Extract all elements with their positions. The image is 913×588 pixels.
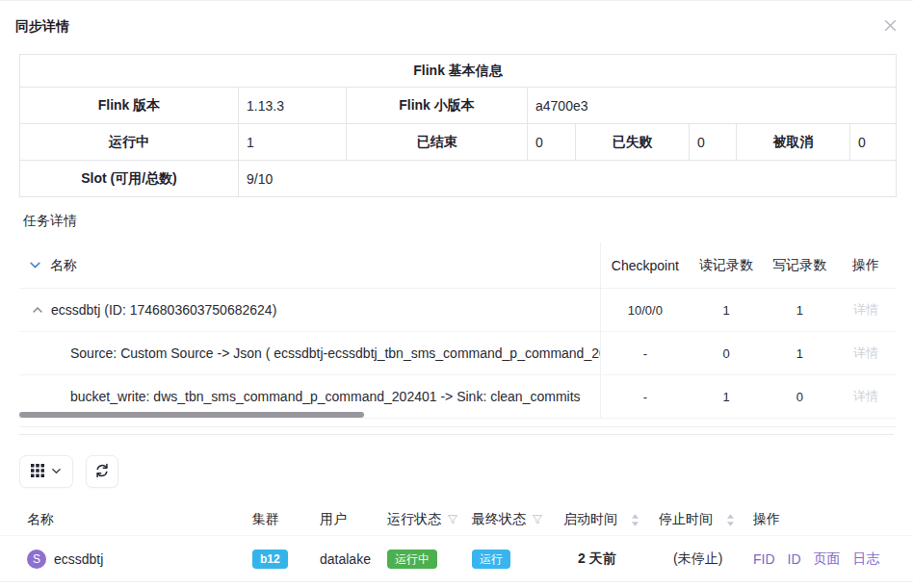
finished-label: 已结束 — [347, 124, 528, 161]
failed-value: 0 — [690, 124, 737, 161]
jobs-col-start-time-label: 启动时间 — [563, 511, 617, 528]
jobs-col-final-status-label: 最终状态 — [472, 511, 526, 528]
finished-value: 0 — [528, 124, 576, 161]
task-detail-table: 名称 Checkpoint 读记录数 写记录数 操作 ecssdbtj (ID:… — [19, 243, 896, 427]
jobs-toolbar — [19, 455, 913, 488]
detail-link[interactable]: 详情 — [853, 389, 878, 403]
task-checkpoint: 10/0/0 — [601, 303, 690, 318]
task-table-footer — [19, 419, 896, 427]
failed-label: 已失败 — [576, 124, 690, 161]
col-header-name: 名称 — [50, 257, 77, 274]
jobs-col-run-status-label: 运行状态 — [387, 511, 441, 528]
task-read-count: 1 — [690, 390, 764, 404]
job-name: ecssdbtj — [54, 551, 103, 567]
flink-version-label: Flink 版本 — [20, 88, 239, 124]
detail-link[interactable]: 详情 — [853, 302, 878, 317]
filter-funnel-icon[interactable] — [532, 514, 543, 525]
jobs-table: 名称 集群 用户 运行状态 最终状态 启动时间 — [0, 504, 913, 582]
task-name: bucket_write: dws_tbn_sms_command_p_comm… — [70, 389, 581, 404]
job-row: S ecssdbtj b12 datalake 运行中 运行 2 天前 (未停止… — [0, 536, 913, 582]
column-settings-button[interactable] — [19, 455, 73, 488]
canceled-label: 被取消 — [737, 124, 850, 161]
col-header-read-records: 读记录数 — [690, 257, 764, 274]
jobs-col-action: 操作 — [753, 511, 913, 528]
flink-info-title: Flink 基本信息 — [20, 55, 897, 88]
task-row: ecssdbtj (ID: 1746803603750682624) 10/0/… — [19, 289, 896, 332]
flink-minor-version-label: Flink 小版本 — [347, 88, 528, 124]
close-icon[interactable] — [881, 16, 899, 34]
col-header-write-records: 写记录数 — [763, 257, 836, 274]
jobs-table-header: 名称 集群 用户 运行状态 最终状态 启动时间 — [0, 504, 913, 536]
task-name: Source: Custom Source -> Json ( ecssdbtj… — [70, 345, 600, 361]
fid-link[interactable]: FID — [753, 551, 775, 567]
jobs-col-user: 用户 — [320, 511, 387, 528]
task-read-count: 0 — [690, 346, 764, 361]
slot-label: Slot (可用/总数) — [20, 161, 239, 197]
section-divider — [19, 434, 894, 435]
id-link[interactable]: ID — [788, 551, 801, 567]
run-status-badge: 运行中 — [387, 550, 437, 569]
col-header-checkpoint: Checkpoint — [601, 258, 690, 273]
slot-value: 9/10 — [239, 161, 897, 197]
job-stop-time: (未停止) — [673, 550, 722, 568]
task-name: ecssdbtj (ID: 1746803603750682624) — [51, 302, 276, 318]
drawer-title: 同步详情 — [15, 18, 69, 34]
final-status-badge: 运行 — [472, 550, 510, 569]
chevron-down-icon — [51, 464, 62, 479]
jobs-col-run-status: 运行状态 — [387, 511, 472, 528]
task-table-header: 名称 Checkpoint 读记录数 写记录数 操作 — [19, 243, 896, 289]
refresh-icon — [94, 463, 110, 481]
detail-link[interactable]: 详情 — [853, 345, 878, 360]
task-write-count: 0 — [763, 390, 836, 404]
jobs-col-stop-time-label: 停止时间 — [659, 511, 713, 528]
refresh-button[interactable] — [86, 455, 118, 488]
drawer-header: 同步详情 — [0, 1, 913, 49]
task-write-count: 1 — [763, 346, 836, 361]
log-link[interactable]: 日志 — [853, 550, 880, 568]
running-value: 1 — [239, 124, 347, 161]
flink-version-value: 1.13.3 — [239, 88, 347, 124]
sorter-carets-icon[interactable] — [726, 514, 735, 526]
horizontal-scrollbar[interactable] — [19, 412, 364, 418]
task-checkpoint: - — [601, 390, 690, 404]
expand-all-chevron-down-icon[interactable] — [29, 259, 41, 271]
task-row: Source: Custom Source -> Json ( ecssdbtj… — [19, 332, 896, 375]
task-detail-section-title: 任务详情 — [23, 213, 913, 230]
job-start-time: 2 天前 — [578, 550, 616, 568]
job-user: datalake — [320, 551, 387, 567]
page-link[interactable]: 页面 — [814, 550, 841, 568]
flink-minor-version-value: a4700e3 — [528, 88, 897, 124]
task-read-count: 1 — [690, 303, 764, 318]
cluster-badge: b12 — [252, 550, 288, 569]
canceled-value: 0 — [850, 124, 897, 161]
task-checkpoint: - — [601, 346, 690, 361]
sync-detail-drawer: 同步详情 Flink 基本信息 Flink 版本 1.13.3 Flink 小版… — [0, 0, 913, 588]
running-label: 运行中 — [20, 124, 239, 161]
jobs-col-name: 名称 — [27, 511, 252, 528]
sorter-carets-icon[interactable] — [631, 514, 639, 526]
grid-icon — [31, 464, 44, 480]
jobs-col-cluster: 集群 — [252, 511, 320, 528]
flink-info-table: Flink 基本信息 Flink 版本 1.13.3 Flink 小版本 a47… — [19, 54, 897, 197]
col-header-action: 操作 — [836, 257, 896, 274]
collapse-chevron-up-icon[interactable] — [32, 304, 43, 316]
jobs-col-start-time[interactable]: 启动时间 — [563, 511, 659, 528]
filter-funnel-icon[interactable] — [447, 514, 458, 525]
jobs-col-stop-time[interactable]: 停止时间 — [659, 511, 753, 528]
jobs-col-final-status: 最终状态 — [472, 511, 563, 528]
avatar: S — [27, 550, 46, 569]
task-write-count: 1 — [763, 303, 836, 318]
